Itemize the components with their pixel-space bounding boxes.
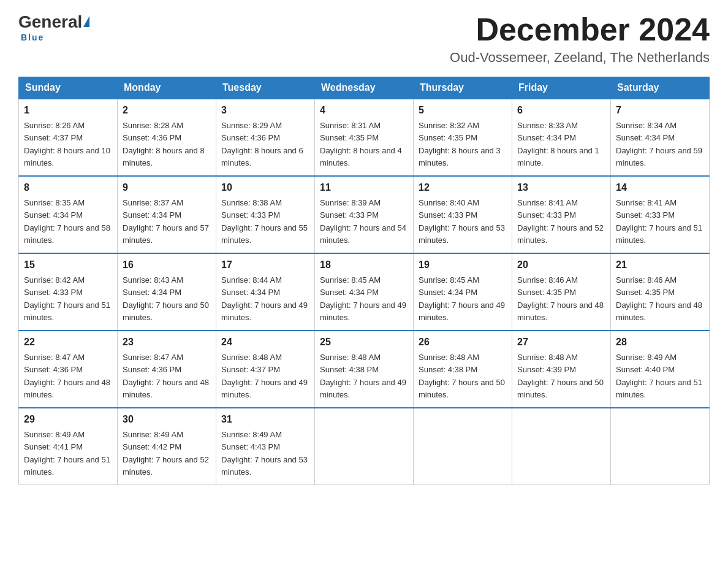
calendar-cell: 21 Sunrise: 8:46 AMSunset: 4:35 PMDaylig… (611, 253, 710, 331)
calendar-cell: 19 Sunrise: 8:45 AMSunset: 4:34 PMDaylig… (414, 253, 512, 331)
day-number: 28 (616, 335, 704, 350)
calendar-cell: 31 Sunrise: 8:49 AMSunset: 4:43 PMDaylig… (216, 408, 315, 485)
day-number: 31 (221, 412, 309, 427)
calendar-cell (512, 408, 611, 485)
day-number: 30 (123, 412, 211, 427)
day-number: 4 (320, 103, 408, 118)
calendar-cell: 13 Sunrise: 8:41 AMSunset: 4:33 PMDaylig… (512, 176, 611, 253)
calendar-cell: 16 Sunrise: 8:43 AMSunset: 4:34 PMDaylig… (118, 253, 216, 331)
day-info: Sunrise: 8:43 AMSunset: 4:34 PMDaylight:… (123, 275, 209, 322)
logo-blue-text: Blue (21, 33, 44, 42)
day-number: 13 (517, 180, 605, 195)
weekday-header-friday: Friday (512, 77, 611, 99)
day-number: 12 (419, 180, 507, 195)
day-number: 27 (517, 335, 605, 350)
day-info: Sunrise: 8:47 AMSunset: 4:36 PMDaylight:… (123, 353, 209, 399)
calendar-cell: 12 Sunrise: 8:40 AMSunset: 4:33 PMDaylig… (414, 176, 512, 253)
day-info: Sunrise: 8:49 AMSunset: 4:41 PMDaylight:… (24, 430, 110, 477)
day-number: 2 (123, 103, 211, 118)
calendar-cell: 28 Sunrise: 8:49 AMSunset: 4:40 PMDaylig… (611, 331, 710, 408)
day-info: Sunrise: 8:29 AMSunset: 4:36 PMDaylight:… (221, 121, 303, 167)
weekday-header-wednesday: Wednesday (315, 77, 414, 99)
day-number: 7 (616, 103, 704, 118)
day-info: Sunrise: 8:33 AMSunset: 4:34 PMDaylight:… (517, 121, 599, 167)
calendar-cell: 17 Sunrise: 8:44 AMSunset: 4:34 PMDaylig… (216, 253, 315, 331)
calendar-title-area: December 2024 Oud-Vossemeer, Zeeland, Th… (450, 12, 710, 66)
day-number: 14 (616, 180, 704, 195)
day-number: 17 (221, 258, 309, 272)
day-info: Sunrise: 8:35 AMSunset: 4:34 PMDaylight:… (24, 198, 110, 245)
calendar-cell: 11 Sunrise: 8:39 AMSunset: 4:33 PMDaylig… (315, 176, 414, 253)
day-info: Sunrise: 8:45 AMSunset: 4:34 PMDaylight:… (320, 275, 406, 322)
day-info: Sunrise: 8:49 AMSunset: 4:43 PMDaylight:… (221, 430, 308, 477)
calendar-table: SundayMondayTuesdayWednesdayThursdayFrid… (18, 77, 710, 485)
weekday-header-row: SundayMondayTuesdayWednesdayThursdayFrid… (19, 77, 710, 99)
calendar-cell: 10 Sunrise: 8:38 AMSunset: 4:33 PMDaylig… (216, 176, 315, 253)
day-number: 24 (221, 335, 309, 350)
week-row-4: 22 Sunrise: 8:47 AMSunset: 4:36 PMDaylig… (19, 331, 710, 408)
week-row-3: 15 Sunrise: 8:42 AMSunset: 4:33 PMDaylig… (19, 253, 710, 331)
day-info: Sunrise: 8:34 AMSunset: 4:34 PMDaylight:… (616, 121, 702, 167)
calendar-cell: 25 Sunrise: 8:48 AMSunset: 4:38 PMDaylig… (315, 331, 414, 408)
calendar-cell: 4 Sunrise: 8:31 AMSunset: 4:35 PMDayligh… (315, 99, 414, 176)
day-info: Sunrise: 8:39 AMSunset: 4:33 PMDaylight:… (320, 198, 406, 245)
logo-general-text: General (18, 12, 82, 32)
calendar-cell: 20 Sunrise: 8:46 AMSunset: 4:35 PMDaylig… (512, 253, 611, 331)
weekday-header-tuesday: Tuesday (216, 77, 315, 99)
day-number: 8 (24, 180, 112, 195)
weekday-header-sunday: Sunday (19, 77, 118, 99)
calendar-cell (611, 408, 710, 485)
day-number: 18 (320, 258, 408, 272)
day-number: 5 (419, 103, 507, 118)
day-number: 25 (320, 335, 408, 350)
day-number: 1 (24, 103, 112, 118)
calendar-cell: 22 Sunrise: 8:47 AMSunset: 4:36 PMDaylig… (19, 331, 118, 408)
day-info: Sunrise: 8:48 AMSunset: 4:38 PMDaylight:… (419, 353, 505, 399)
page-header: General Blue December 2024 Oud-Vossemeer… (18, 12, 710, 66)
calendar-cell: 29 Sunrise: 8:49 AMSunset: 4:41 PMDaylig… (19, 408, 118, 485)
day-info: Sunrise: 8:38 AMSunset: 4:33 PMDaylight:… (221, 198, 308, 245)
calendar-cell: 18 Sunrise: 8:45 AMSunset: 4:34 PMDaylig… (315, 253, 414, 331)
weekday-header-thursday: Thursday (414, 77, 512, 99)
day-number: 15 (24, 258, 112, 272)
day-info: Sunrise: 8:28 AMSunset: 4:36 PMDaylight:… (123, 121, 205, 167)
day-info: Sunrise: 8:47 AMSunset: 4:36 PMDaylight:… (24, 353, 110, 399)
calendar-cell (414, 408, 512, 485)
logo: General Blue (18, 12, 89, 43)
day-info: Sunrise: 8:48 AMSunset: 4:38 PMDaylight:… (320, 353, 406, 399)
calendar-cell: 26 Sunrise: 8:48 AMSunset: 4:38 PMDaylig… (414, 331, 512, 408)
calendar-cell: 3 Sunrise: 8:29 AMSunset: 4:36 PMDayligh… (216, 99, 315, 176)
day-info: Sunrise: 8:31 AMSunset: 4:35 PMDaylight:… (320, 121, 402, 167)
calendar-cell: 24 Sunrise: 8:48 AMSunset: 4:37 PMDaylig… (216, 331, 315, 408)
day-info: Sunrise: 8:41 AMSunset: 4:33 PMDaylight:… (616, 198, 702, 245)
day-info: Sunrise: 8:45 AMSunset: 4:34 PMDaylight:… (419, 275, 505, 322)
month-title: December 2024 (450, 12, 710, 47)
calendar-cell: 6 Sunrise: 8:33 AMSunset: 4:34 PMDayligh… (512, 99, 611, 176)
calendar-cell: 8 Sunrise: 8:35 AMSunset: 4:34 PMDayligh… (19, 176, 118, 253)
calendar-cell: 9 Sunrise: 8:37 AMSunset: 4:34 PMDayligh… (118, 176, 216, 253)
calendar-cell: 23 Sunrise: 8:47 AMSunset: 4:36 PMDaylig… (118, 331, 216, 408)
day-info: Sunrise: 8:26 AMSunset: 4:37 PMDaylight:… (24, 121, 110, 167)
day-number: 29 (24, 412, 112, 427)
calendar-cell: 7 Sunrise: 8:34 AMSunset: 4:34 PMDayligh… (611, 99, 710, 176)
day-info: Sunrise: 8:46 AMSunset: 4:35 PMDaylight:… (517, 275, 604, 322)
day-number: 9 (123, 180, 211, 195)
day-info: Sunrise: 8:37 AMSunset: 4:34 PMDaylight:… (123, 198, 209, 245)
weekday-header-saturday: Saturday (611, 77, 710, 99)
weekday-header-monday: Monday (118, 77, 216, 99)
day-number: 23 (123, 335, 211, 350)
day-info: Sunrise: 8:48 AMSunset: 4:37 PMDaylight:… (221, 353, 308, 399)
day-number: 20 (517, 258, 605, 272)
day-info: Sunrise: 8:41 AMSunset: 4:33 PMDaylight:… (517, 198, 604, 245)
day-number: 11 (320, 180, 408, 195)
location-subtitle: Oud-Vossemeer, Zeeland, The Netherlands (450, 50, 710, 66)
calendar-cell: 30 Sunrise: 8:49 AMSunset: 4:42 PMDaylig… (118, 408, 216, 485)
calendar-cell: 15 Sunrise: 8:42 AMSunset: 4:33 PMDaylig… (19, 253, 118, 331)
calendar-cell: 5 Sunrise: 8:32 AMSunset: 4:35 PMDayligh… (414, 99, 512, 176)
day-info: Sunrise: 8:48 AMSunset: 4:39 PMDaylight:… (517, 353, 604, 399)
day-info: Sunrise: 8:42 AMSunset: 4:33 PMDaylight:… (24, 275, 110, 322)
calendar-cell: 2 Sunrise: 8:28 AMSunset: 4:36 PMDayligh… (118, 99, 216, 176)
calendar-cell: 27 Sunrise: 8:48 AMSunset: 4:39 PMDaylig… (512, 331, 611, 408)
logo-triangle-icon (83, 16, 89, 27)
week-row-1: 1 Sunrise: 8:26 AMSunset: 4:37 PMDayligh… (19, 99, 710, 176)
